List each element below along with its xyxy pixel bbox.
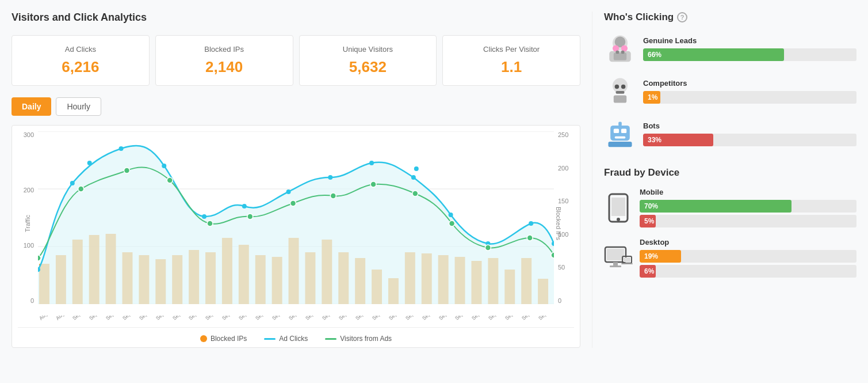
right-panel: Who's Clicking ? — [592, 12, 856, 348]
svg-rect-74 — [621, 51, 625, 54]
svg-point-77 — [615, 85, 619, 89]
y-right-axis-label: Blocked IPs — [555, 207, 562, 240]
svg-point-40 — [119, 146, 124, 151]
svg-point-55 — [124, 168, 130, 173]
fd-bar-bg-mobile-green: 70% — [640, 200, 856, 213]
svg-rect-76 — [614, 95, 626, 103]
svg-point-58 — [247, 214, 253, 219]
stat-label-blocked-ips: Blocked IPs — [165, 45, 284, 54]
hourly-button[interactable]: Hourly — [56, 97, 101, 116]
fd-bar-bg-desktop-red: 6% — [640, 265, 856, 278]
wc-bar-bg-competitors: 1% — [643, 91, 856, 104]
fd-bar-bg-desktop-orange: 19% — [640, 250, 856, 263]
wc-label-genuine-leads: Genuine Leads — [643, 36, 856, 45]
stat-card-blocked-ips: Blocked IPs 2,140 — [155, 35, 293, 86]
page-title: Visitors and Click Analytics — [12, 12, 580, 24]
svg-rect-81 — [614, 129, 619, 133]
stat-value-ad-clicks: 6,216 — [21, 58, 140, 76]
who-clicking-list: Genuine Leads 66% — [604, 32, 856, 150]
wc-content-competitors: Competitors 1% — [643, 79, 856, 104]
wc-content-genuine-leads: Genuine Leads 66% — [643, 36, 856, 61]
desktop-icon — [604, 247, 633, 270]
svg-rect-90 — [607, 249, 624, 260]
wc-label-competitors: Competitors — [643, 79, 856, 88]
wc-bar-genuine-leads: 66% — [643, 48, 784, 61]
legend-blocked-ips: Blocked IPs — [200, 335, 247, 343]
svg-point-48 — [414, 166, 419, 171]
svg-rect-85 — [618, 122, 622, 126]
svg-point-66 — [551, 252, 554, 258]
svg-rect-92 — [610, 266, 621, 267]
fd-bar-desktop-red: 6% — [640, 265, 656, 278]
svg-point-43 — [242, 204, 247, 208]
fd-content-desktop: Desktop 19% 6% — [640, 238, 856, 278]
fd-bar-bg-mobile-red: 5% — [640, 215, 856, 227]
svg-rect-79 — [616, 91, 625, 94]
svg-rect-83 — [615, 136, 626, 139]
svg-point-53 — [38, 255, 41, 261]
x-axis-labels: Aug 30 Aug 31 Sep 01 Sep 02 Sep 03 Sep 0… — [18, 316, 574, 323]
svg-point-45 — [328, 175, 332, 180]
svg-rect-95 — [621, 263, 633, 264]
whos-clicking-title: Who's Clicking ? — [604, 12, 856, 23]
help-icon[interactable]: ? — [677, 12, 687, 22]
wc-bar-bg-bots: 33% — [643, 134, 856, 146]
fd-bar-mobile-green: 70% — [640, 200, 791, 213]
svg-point-38 — [70, 181, 75, 185]
svg-point-46 — [369, 161, 374, 165]
stat-label-unique-visitors: Unique Visitors — [309, 45, 427, 54]
svg-point-54 — [78, 186, 84, 192]
svg-point-61 — [370, 181, 376, 187]
svg-point-56 — [167, 177, 173, 183]
fd-label-desktop: Desktop — [640, 238, 856, 247]
wc-bar-bg-genuine-leads: 66% — [643, 48, 856, 61]
svg-rect-94 — [624, 257, 630, 262]
svg-point-62 — [412, 191, 418, 196]
wc-bar-bots: 33% — [643, 134, 713, 146]
fraud-device-list: Mobile 70% 5% — [604, 188, 856, 278]
fd-item-desktop: Desktop 19% 6% — [604, 238, 856, 278]
mobile-icon — [604, 196, 633, 219]
svg-point-88 — [617, 218, 620, 221]
legend-line-visitors — [325, 338, 337, 340]
svg-point-41 — [162, 164, 166, 168]
wc-bar-competitors: 1% — [643, 91, 660, 104]
y-left-axis-label: Traffic — [24, 215, 31, 232]
svg-point-39 — [87, 161, 92, 165]
svg-rect-91 — [613, 262, 618, 266]
svg-point-64 — [485, 245, 491, 251]
stat-label-ad-clicks: Ad Clicks — [21, 45, 140, 54]
stat-value-clicks-per-visitor: 1.1 — [452, 58, 571, 76]
genuine-leads-avatar — [604, 32, 636, 65]
svg-point-75 — [613, 78, 628, 93]
fd-item-mobile: Mobile 70% 5% — [604, 188, 856, 227]
stat-card-unique-visitors: Unique Visitors 5,632 — [299, 35, 437, 86]
chart-container: 300 200 100 0 250 200 150 100 50 0 — [12, 125, 580, 348]
legend-ad-clicks: Ad Clicks — [264, 335, 308, 343]
fraud-device-title: Fraud by Device — [604, 167, 856, 179]
svg-point-44 — [286, 189, 291, 194]
daily-button[interactable]: Daily — [12, 97, 51, 116]
fd-label-mobile: Mobile — [640, 188, 856, 196]
svg-point-47 — [411, 175, 416, 180]
wc-item-bots: Bots 33% — [604, 117, 856, 150]
wc-content-bots: Bots 33% — [643, 122, 856, 146]
stat-card-clicks-per-visitor: Clicks Per Visitor 1.1 — [442, 35, 580, 86]
stat-value-blocked-ips: 2,140 — [165, 58, 284, 76]
fd-bar-desktop-orange: 19% — [640, 250, 681, 263]
chart-area: 300 200 100 0 250 200 150 100 50 0 — [18, 131, 574, 316]
svg-point-59 — [290, 200, 296, 206]
svg-point-78 — [621, 85, 625, 89]
svg-point-60 — [330, 193, 336, 199]
wc-label-bots: Bots — [643, 122, 856, 130]
svg-rect-87 — [611, 198, 625, 216]
svg-point-42 — [202, 214, 207, 219]
legend-line-ad-clicks — [264, 338, 276, 340]
toggle-row: Daily Hourly — [12, 97, 580, 116]
stat-value-unique-visitors: 5,632 — [309, 58, 427, 76]
fd-bars-mobile: 70% 5% — [640, 200, 856, 227]
fd-bar-mobile-red: 5% — [640, 215, 656, 227]
svg-point-63 — [449, 221, 455, 226]
legend-dot-blocked-ips — [200, 335, 207, 342]
svg-rect-72 — [614, 52, 626, 60]
